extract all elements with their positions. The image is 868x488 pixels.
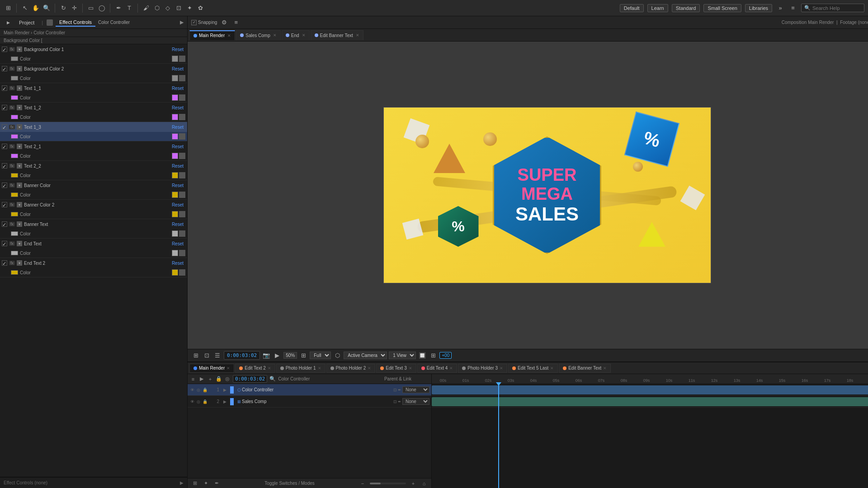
fx-reset-t11[interactable]: Reset [170, 86, 185, 91]
color-sw-t22-a[interactable] [172, 172, 178, 178]
layer-expand-2[interactable]: ▶ [222, 399, 227, 404]
timeline-tab-edit-text-3[interactable]: Edit Text 3 ✕ [376, 364, 416, 373]
fx-enable-et2[interactable]: ✓ [2, 260, 7, 266]
fx-row-text11[interactable]: ✓ fx ▾ Text 1_1 Reset [0, 83, 187, 93]
snapping-extra-icon[interactable]: ≡ [231, 18, 241, 27]
viewer-view-select[interactable]: 1 View [389, 352, 416, 359]
color-sw-t12-b[interactable] [179, 114, 185, 120]
fx-row-text12[interactable]: ✓ fx ▾ Text 1_2 Reset [0, 103, 187, 113]
fx-collapse-bg2[interactable]: ▾ [17, 66, 22, 71]
track-bar-1[interactable] [432, 385, 868, 394]
rotation-tool[interactable]: ↻ [59, 4, 68, 13]
viewer-cam-icon[interactable]: 📷 [262, 351, 271, 360]
color-sw-bg2-b[interactable] [179, 75, 185, 81]
color-sw-bt-a[interactable] [172, 230, 178, 237]
fx-collapse-et[interactable]: ▾ [17, 241, 22, 246]
fx-row-banner-color-2[interactable]: ✓ fx ▾ Banner Color 2 Reset [0, 200, 187, 210]
color-swatch-bg2[interactable] [11, 76, 18, 80]
fx-enable-bc2[interactable]: ✓ [2, 202, 7, 207]
tl-tab-close-0[interactable]: ✕ [226, 366, 230, 371]
tl-tab-close-1[interactable]: ✕ [268, 366, 271, 371]
comp-tab-sales-comp[interactable]: Sales Comp ✕ [236, 30, 280, 40]
fx-collapse-bt[interactable]: ▾ [17, 221, 22, 227]
tl-home-icon[interactable]: ⌂ [420, 480, 428, 487]
fx-reset-t12[interactable]: Reset [170, 105, 185, 110]
layer-row-1[interactable]: 👁 ◎ 🔒 1 ▶ ⬡ Colo [188, 384, 431, 396]
fx-reset-bc2[interactable]: Reset [170, 202, 185, 207]
fx-collapse-t22[interactable]: ▾ [17, 163, 22, 169]
layer-expand-1[interactable]: ▶ [222, 387, 227, 393]
anchor-tool[interactable]: ✛ [70, 4, 79, 13]
comp-tab-main-render[interactable]: Main Render ✕ [189, 30, 235, 40]
color-sw-bg1-a[interactable] [172, 56, 178, 62]
comp-tab-close-2[interactable]: ✕ [302, 33, 306, 38]
fx-enable-t12[interactable]: ✓ [2, 105, 7, 110]
color-sw-et2-b[interactable] [179, 269, 185, 276]
timeline-tab-edit-banner[interactable]: Edit Banner Text ✕ [559, 364, 611, 373]
snapping-checkbox[interactable]: ✓ Snapping [191, 20, 217, 25]
fx-collapse-bc[interactable]: ▾ [17, 183, 22, 188]
fx-row-text22[interactable]: ✓ fx ▾ Text 2_2 Reset [0, 161, 187, 171]
brush-tool[interactable]: 🖌 [142, 4, 151, 13]
tl-icon-add[interactable]: + [207, 375, 214, 383]
fx-enable-et[interactable]: ✓ [2, 241, 7, 246]
timeline-tab-photo-2[interactable]: Photo Holder 2 ✕ [326, 364, 376, 373]
color-sw-t11-a[interactable] [172, 94, 178, 101]
fx-collapse-t13[interactable]: ▾ [17, 124, 22, 130]
ellipse-tool[interactable]: ◯ [97, 4, 106, 13]
fx-enable-t13[interactable]: ✓ [2, 124, 7, 130]
workspace-standard[interactable]: Standard [672, 4, 700, 12]
tl-time-display[interactable]: 0:00:03:02 [233, 375, 267, 383]
timeline-tab-edit-text-5[interactable]: Edit Text 5 Last ✕ [508, 364, 558, 373]
layer-parent-select-2[interactable]: None [402, 398, 429, 405]
color-sw-et-b[interactable] [179, 250, 185, 256]
fx-collapse-t12[interactable]: ▾ [17, 105, 22, 110]
timeline-tab-edit-text-2[interactable]: Edit Text 2 ✕ [235, 364, 275, 373]
fx-reset-bt[interactable]: Reset [170, 222, 185, 227]
tl-zoom-slider[interactable] [370, 483, 406, 484]
tl-bottom-icon-3[interactable]: ✒ [213, 480, 220, 487]
color-sw-t13-b[interactable] [179, 133, 185, 140]
light-tool[interactable]: ✦ [185, 4, 194, 13]
pen-tool[interactable]: ✒ [114, 4, 123, 13]
tl-tab-close-4[interactable]: ✕ [409, 366, 412, 371]
fx-collapse-bg1[interactable]: ▾ [17, 47, 22, 52]
fx-enable-t11[interactable]: ✓ [2, 85, 7, 91]
fx-row-text13[interactable]: ✓ fx ▾ Text 1_3 Reset [0, 122, 187, 132]
camera-tool[interactable]: ⊡ [174, 4, 183, 13]
viewer-grid-icon[interactable]: ⊞ [429, 351, 438, 360]
fx-enable-bt[interactable]: ✓ [2, 221, 7, 227]
color-swatch-t12[interactable] [11, 115, 18, 119]
snapping-settings-icon[interactable]: ⚙ [220, 18, 229, 27]
tl-tab-close-2[interactable]: ✕ [318, 366, 321, 371]
tl-zoom-minus-icon[interactable]: − [359, 480, 366, 487]
color-swatch-et2[interactable] [11, 270, 18, 275]
color-sw-t12-a[interactable] [172, 114, 178, 120]
color-sw-bc2-b[interactable] [179, 211, 185, 217]
layer-eye-2[interactable]: 👁 [189, 399, 195, 404]
rect-tool[interactable]: ▭ [86, 4, 95, 13]
toggle-switches-label[interactable]: Toggle Switches / Modes [224, 481, 355, 486]
tl-zoom-plus-icon[interactable]: + [410, 480, 417, 487]
color-swatch-t21[interactable] [11, 154, 18, 158]
viewer-icon-3[interactable]: ☰ [213, 351, 222, 360]
playhead[interactable] [498, 384, 499, 488]
color-sw-t22-b[interactable] [179, 172, 185, 178]
color-sw-bc-a[interactable] [172, 192, 178, 198]
fx-collapse-bc2[interactable]: ▾ [17, 202, 22, 207]
viewer-zoom-select[interactable]: 50% [283, 352, 297, 359]
color-sw-t13-a[interactable] [172, 133, 178, 140]
hand-tool[interactable]: ✋ [31, 4, 40, 13]
timeline-tab-main-render[interactable]: Main Render ✕ [189, 364, 234, 373]
color-sw-et-a[interactable] [172, 250, 178, 256]
color-swatch-et[interactable] [11, 251, 18, 255]
layer-row-2[interactable]: 👁 ◎ 🔒 2 ▶ ⊞ Sale [188, 396, 431, 408]
effect-controls-none-arrow[interactable]: ▶ [180, 480, 184, 485]
viewer-icon-2[interactable]: ⊡ [202, 351, 211, 360]
track-bar-2[interactable] [432, 397, 868, 406]
color-swatch-bc[interactable] [11, 192, 18, 197]
tl-tab-close-6[interactable]: ✕ [500, 366, 503, 371]
panel-menu-icon[interactable]: ▶ [4, 18, 13, 27]
comp-tab-close-3[interactable]: ✕ [356, 33, 359, 38]
color-swatch-bg1[interactable] [11, 56, 18, 61]
